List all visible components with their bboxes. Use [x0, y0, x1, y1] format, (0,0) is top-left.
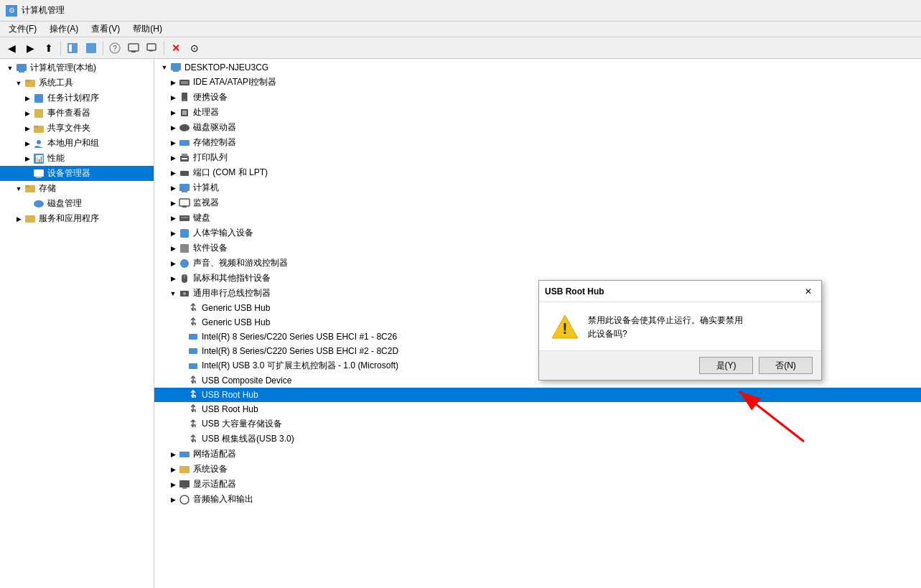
- dialog-overlay: USB Root Hub ✕ ! 禁用此设备会使其停止运行。确实要禁用 此设备吗…: [0, 0, 921, 588]
- usb-root-hub-dialog: USB Root Hub ✕ ! 禁用此设备会使其停止运行。确实要禁用 此设备吗…: [538, 280, 822, 381]
- dialog-close-btn[interactable]: ✕: [801, 284, 815, 299]
- dialog-message: 禁用此设备会使其停止运行。确实要禁用 此设备吗?: [588, 314, 810, 341]
- dialog-message-line1: 禁用此设备会使其停止运行。确实要禁用: [588, 315, 743, 325]
- svg-text:!: !: [562, 319, 567, 337]
- red-arrow-annotation: [711, 370, 811, 456]
- dialog-body: ! 禁用此设备会使其停止运行。确实要禁用 此设备吗?: [539, 302, 821, 350]
- dialog-title: USB Root Hub: [545, 286, 604, 297]
- dialog-yes-btn[interactable]: 是(Y): [699, 357, 753, 374]
- dialog-message-line2: 此设备吗?: [588, 329, 627, 339]
- warning-icon: !: [551, 314, 579, 342]
- dialog-footer: 是(Y) 否(N): [539, 350, 821, 380]
- svg-line-64: [739, 391, 804, 442]
- dialog-no-btn[interactable]: 否(N): [759, 357, 813, 374]
- dialog-titlebar: USB Root Hub ✕: [539, 281, 821, 302]
